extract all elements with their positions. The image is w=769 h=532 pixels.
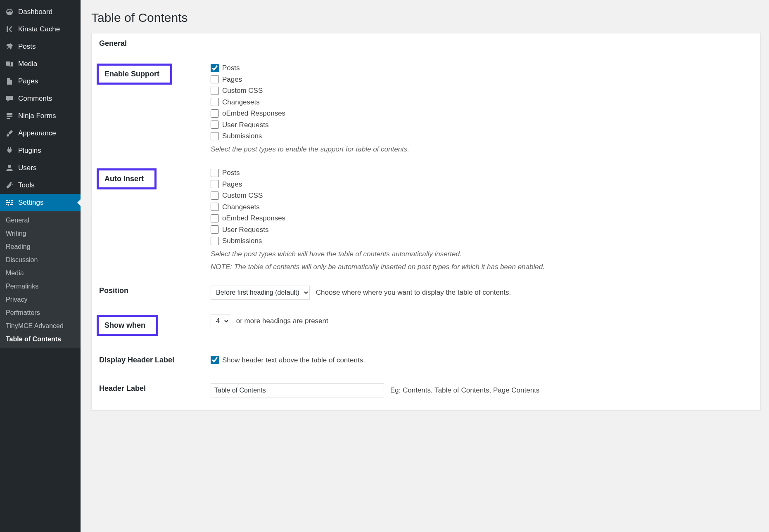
chk-auto-custom-css[interactable]	[211, 192, 219, 200]
sidebar-label: Users	[18, 164, 36, 172]
pin-icon	[5, 42, 14, 51]
submenu-reading[interactable]: Reading	[0, 240, 81, 253]
sidebar-label: Plugins	[18, 147, 41, 155]
label-enable-support: Enable Support	[97, 64, 172, 85]
gauge-icon	[5, 7, 14, 17]
settings-submenu: General Writing Reading Discussion Media…	[0, 211, 81, 348]
main-content: Table of Contents General Enable Support…	[81, 0, 769, 532]
sidebar-item-settings[interactable]: Settings	[0, 194, 81, 211]
chk-label: User Requests	[222, 120, 268, 130]
sidebar-label: Kinsta Cache	[18, 25, 60, 33]
form-icon	[5, 111, 14, 121]
submenu-media[interactable]: Media	[0, 267, 81, 280]
chk-enable-submissions[interactable]	[211, 132, 219, 140]
sidebar-label: Posts	[18, 43, 36, 51]
sidebar-label: Media	[18, 60, 37, 68]
sidebar-label: Comments	[18, 95, 52, 103]
admin-sidebar: Dashboard Kinsta Cache Posts Media Pages…	[0, 0, 81, 532]
label-auto-insert: Auto Insert	[97, 168, 157, 189]
submenu-tinymce-advanced[interactable]: TinyMCE Advanced	[0, 319, 81, 333]
kinsta-icon	[5, 25, 14, 34]
chk-label: oEmbed Responses	[222, 213, 285, 224]
brush-icon	[5, 129, 14, 138]
page-title: Table of Contents	[91, 6, 761, 33]
show-when-suffix: or more headings are present	[236, 316, 328, 326]
sidebar-item-comments[interactable]: Comments	[0, 90, 81, 107]
sidebar-label: Tools	[18, 181, 35, 189]
submenu-general[interactable]: General	[0, 214, 81, 227]
auto-insert-checkgroup: Posts Pages Custom CSS Changesets oEmbed…	[211, 168, 749, 246]
settings-panel: General Enable Support Posts Pages Custo…	[91, 33, 761, 411]
position-select[interactable]: Before first heading (default)	[211, 286, 310, 300]
chk-label: Submissions	[222, 131, 262, 142]
chk-label: Pages	[222, 179, 242, 190]
enable-support-description: Select the post types to enable the supp…	[211, 144, 749, 155]
chk-auto-posts[interactable]	[211, 169, 219, 177]
chk-auto-pages[interactable]	[211, 180, 219, 188]
chk-auto-changesets[interactable]	[211, 203, 219, 211]
chk-enable-posts[interactable]	[211, 64, 219, 72]
sidebar-item-ninja-forms[interactable]: Ninja Forms	[0, 107, 81, 125]
chk-label: User Requests	[222, 225, 268, 235]
sidebar-label: Pages	[18, 77, 38, 85]
enable-support-checkgroup: Posts Pages Custom CSS Changesets oEmbed…	[211, 63, 749, 142]
header-label-input[interactable]	[211, 383, 384, 397]
user-icon	[5, 163, 14, 173]
chk-auto-oembed[interactable]	[211, 214, 219, 222]
sidebar-item-kinsta-cache[interactable]: Kinsta Cache	[0, 21, 81, 38]
sidebar-item-media[interactable]: Media	[0, 55, 81, 73]
sidebar-item-posts[interactable]: Posts	[0, 38, 81, 55]
wrench-icon	[5, 181, 14, 190]
page-icon	[5, 77, 14, 86]
sidebar-item-dashboard[interactable]: Dashboard	[0, 3, 81, 21]
auto-insert-description: Select the post types which will have th…	[211, 249, 749, 260]
sidebar-item-plugins[interactable]: Plugins	[0, 142, 81, 159]
submenu-perfmatters[interactable]: Perfmatters	[0, 306, 81, 319]
chk-label: Submissions	[222, 236, 262, 246]
submenu-table-of-contents[interactable]: Table of Contents	[0, 333, 81, 346]
submenu-writing[interactable]: Writing	[0, 227, 81, 240]
chk-label: Posts	[222, 168, 240, 178]
position-help: Choose where where you want to display t…	[316, 287, 511, 298]
sidebar-item-pages[interactable]: Pages	[0, 73, 81, 90]
sidebar-item-appearance[interactable]: Appearance	[0, 125, 81, 142]
chk-enable-user-requests[interactable]	[211, 121, 219, 129]
chk-enable-pages[interactable]	[211, 75, 219, 83]
chk-label: Changesets	[222, 97, 260, 108]
submenu-permalinks[interactable]: Permalinks	[0, 280, 81, 293]
label-show-when: Show when	[97, 315, 158, 336]
sidebar-label: Appearance	[18, 129, 56, 137]
label-display-header-label: Display Header Label	[99, 346, 211, 374]
chk-enable-oembed[interactable]	[211, 109, 219, 118]
sidebar-item-tools[interactable]: Tools	[0, 177, 81, 194]
sidebar-label: Ninja Forms	[18, 112, 56, 120]
label-header-label: Header Label	[99, 374, 211, 403]
section-tab-general: General	[99, 33, 753, 54]
chk-auto-user-requests[interactable]	[211, 225, 219, 234]
media-icon	[5, 59, 14, 69]
chk-label: Custom CSS	[222, 85, 263, 96]
display-header-label-text: Show header text above the table of cont…	[222, 355, 365, 366]
chk-auto-submissions[interactable]	[211, 237, 219, 245]
comment-icon	[5, 94, 14, 103]
sidebar-label: Settings	[18, 199, 43, 207]
svg-point-0	[8, 165, 11, 168]
auto-insert-note: NOTE: The table of contents will only be…	[211, 262, 749, 272]
plug-icon	[5, 146, 14, 155]
chk-label: Pages	[222, 74, 242, 85]
sidebar-item-users[interactable]: Users	[0, 159, 81, 177]
submenu-discussion[interactable]: Discussion	[0, 253, 81, 267]
chk-enable-changesets[interactable]	[211, 98, 219, 106]
sidebar-label: Dashboard	[18, 8, 52, 16]
sliders-icon	[5, 198, 14, 207]
chk-label: oEmbed Responses	[222, 108, 285, 119]
chk-label: Posts	[222, 63, 240, 73]
chk-label: Changesets	[222, 202, 260, 213]
submenu-privacy[interactable]: Privacy	[0, 293, 81, 306]
chk-enable-custom-css[interactable]	[211, 87, 219, 95]
chk-display-header-label[interactable]	[211, 356, 219, 364]
chk-label: Custom CSS	[222, 190, 263, 201]
header-label-help: Eg: Contents, Table of Contents, Page Co…	[390, 385, 540, 396]
label-position: Position	[99, 277, 211, 305]
show-when-select[interactable]: 4	[211, 314, 230, 328]
